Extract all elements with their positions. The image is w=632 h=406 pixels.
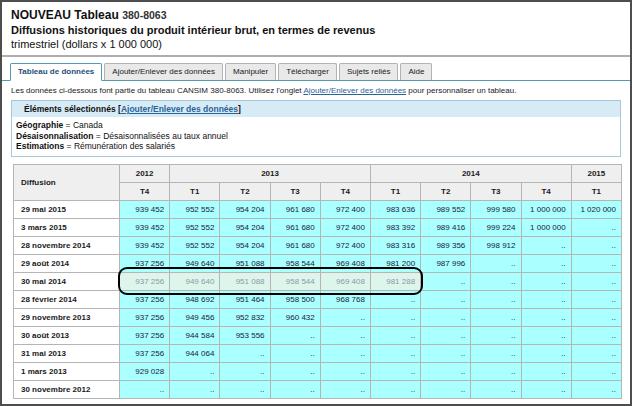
- diffusion-date-cell: 29 mai 2015: [14, 200, 120, 218]
- data-cell: ..: [421, 290, 471, 308]
- data-cell: 958 500: [270, 290, 320, 308]
- element-value: Désaisonnalisées au taux annuel: [103, 131, 228, 141]
- data-cell: 952 552: [170, 218, 220, 236]
- element-value: Canada: [73, 120, 103, 130]
- tab-ajouter-enlever-des-donnees[interactable]: Ajouter/Enlever des données: [104, 63, 223, 80]
- data-cell: ..: [320, 380, 370, 398]
- data-cell: ..: [170, 362, 220, 380]
- data-cell: ..: [370, 344, 420, 362]
- unit-line: trimestriel (dollars x 1 000 000): [11, 37, 620, 51]
- diffusion-date-cell: 31 mai 2013: [14, 344, 120, 362]
- selected-elements-list: Géographie = Canada Désaisonnalisation =…: [12, 117, 620, 156]
- tab-telecharger[interactable]: Télécharger: [278, 63, 337, 80]
- data-cell: 951 088: [220, 254, 270, 272]
- data-cell: ..: [370, 380, 420, 398]
- intro-text: Les données ci-dessous font partie du ta…: [2, 81, 630, 97]
- data-cell: ..: [471, 326, 521, 344]
- data-cell: ..: [521, 308, 571, 326]
- equals-sign: =: [66, 120, 71, 130]
- data-cell: 954 204: [220, 236, 270, 254]
- data-cell: 999 580: [471, 200, 521, 218]
- data-cell: 954 204: [220, 218, 270, 236]
- cansim-table-window: NOUVEAU Tableau 380-8063 Diffusions hist…: [0, 0, 632, 406]
- quarter-header: T4: [120, 182, 170, 200]
- data-cell: 952 552: [170, 200, 220, 218]
- data-cell: 937 256: [120, 290, 170, 308]
- data-cell: 952 832: [220, 308, 270, 326]
- year-header-2015: 2015: [571, 164, 621, 182]
- table-row: 1 mars 2013929 028..................: [14, 362, 622, 380]
- data-table-container: Diffusion2012201320142015T4T1T2T3T4T1T2T…: [13, 164, 623, 399]
- data-cell: ..: [370, 308, 420, 326]
- data-cell: ..: [421, 308, 471, 326]
- quarter-header: T4: [521, 182, 571, 200]
- data-cell: 983 636: [370, 200, 420, 218]
- data-cell: 958 544: [270, 272, 320, 290]
- data-cell: 972 400: [320, 236, 370, 254]
- data-cell: 939 452: [120, 218, 170, 236]
- diffusion-date-cell: 28 novembre 2014: [14, 236, 120, 254]
- table-number: 380-8063: [122, 9, 166, 21]
- diffusion-date-cell: 29 août 2014: [14, 254, 120, 272]
- data-cell: 949 640: [170, 254, 220, 272]
- data-cell: ..: [521, 380, 571, 398]
- data-cell: 989 416: [421, 218, 471, 236]
- diffusion-date-cell: 3 mars 2015: [14, 218, 120, 236]
- data-cell: 961 680: [270, 200, 320, 218]
- data-cell: ..: [421, 344, 471, 362]
- data-cell: ..: [220, 380, 270, 398]
- data-cell: ..: [220, 344, 270, 362]
- tab-tableau-de-donnees[interactable]: Tableau de données: [10, 63, 102, 81]
- table-header: Diffusion2012201320142015T4T1T2T3T4T1T2T…: [14, 164, 622, 200]
- data-cell: ..: [571, 380, 621, 398]
- data-cell: 937 256: [120, 308, 170, 326]
- page-subtitle: Diffusions historiques du produit intéri…: [11, 23, 620, 37]
- data-cell: ..: [521, 236, 571, 254]
- data-cell: 1 000 000: [521, 200, 571, 218]
- quarter-header: T2: [220, 182, 270, 200]
- data-cell: 983 316: [370, 236, 420, 254]
- data-cell: ..: [170, 380, 220, 398]
- data-cell: 989 356: [421, 236, 471, 254]
- data-cell: 972 400: [320, 200, 370, 218]
- tab-aide[interactable]: Aide: [400, 63, 432, 80]
- data-cell: 954 204: [220, 200, 270, 218]
- data-cell: ..: [521, 272, 571, 290]
- data-cell: ..: [421, 380, 471, 398]
- data-cell: ..: [270, 326, 320, 344]
- table-row: 28 février 2014937 256948 692951 464958 …: [14, 290, 622, 308]
- data-cell: ..: [220, 362, 270, 380]
- element-desaisonnalisation: Désaisonnalisation = Désaisonnalisées au…: [16, 131, 612, 142]
- data-cell: 951 464: [220, 290, 270, 308]
- tab-manipuler[interactable]: Manipuler: [225, 63, 276, 80]
- data-cell: 998 912: [471, 236, 521, 254]
- tab-sujets-relies[interactable]: Sujets reliés: [339, 63, 399, 80]
- data-cell: 949 456: [170, 308, 220, 326]
- year-header-2012: 2012: [120, 164, 170, 182]
- data-cell: ..: [571, 344, 621, 362]
- data-cell: ..: [571, 290, 621, 308]
- data-cell: ..: [421, 362, 471, 380]
- data-cell: ..: [320, 326, 370, 344]
- data-cell: 944 064: [170, 344, 220, 362]
- data-cell: 960 432: [270, 308, 320, 326]
- data-cell: 949 640: [170, 272, 220, 290]
- element-value: Rémunération des salariés: [74, 141, 175, 151]
- diffusion-date-cell: 30 août 2013: [14, 326, 120, 344]
- element-geographie: Géographie = Canada: [16, 120, 612, 131]
- page-title: NOUVEAU Tableau 380-8063: [11, 8, 620, 23]
- data-cell: 972 400: [320, 218, 370, 236]
- data-cell: ..: [571, 272, 621, 290]
- table-row: 30 août 2013937 256944 584953 556.......…: [14, 326, 622, 344]
- intro-add-remove-data-link[interactable]: Ajouter/Enlever des données: [303, 86, 406, 95]
- data-cell: ..: [471, 308, 521, 326]
- data-cell: ..: [571, 326, 621, 344]
- data-cell: ..: [471, 254, 521, 272]
- data-cell: ..: [521, 344, 571, 362]
- data-cell: ..: [270, 380, 320, 398]
- data-cell: 961 680: [270, 218, 320, 236]
- data-cell: ..: [521, 254, 571, 272]
- table-row: 29 mai 2015939 452952 552954 204961 6809…: [14, 200, 622, 218]
- elements-add-remove-data-link[interactable]: Ajouter/Enlever des données: [121, 104, 238, 114]
- data-cell: ..: [471, 362, 521, 380]
